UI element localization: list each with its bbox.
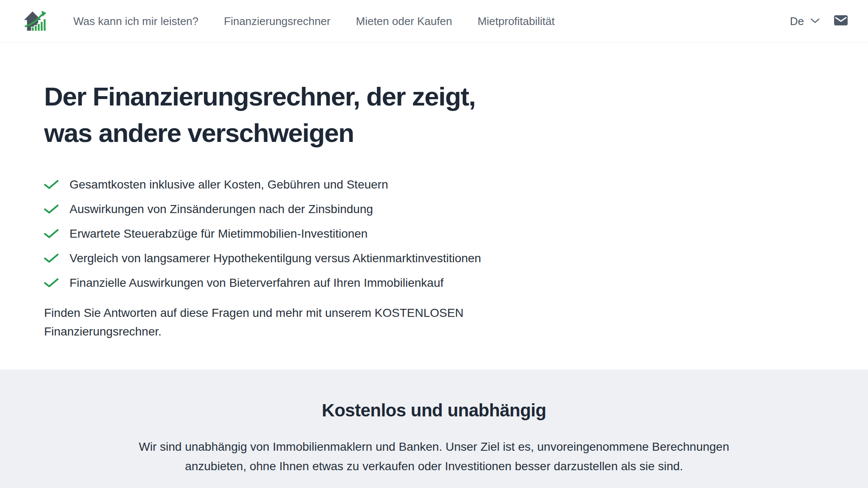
contact-mail-button[interactable] [834, 15, 848, 27]
checklist-item-label: Vergleich von langsamerer Hypothekentilg… [70, 251, 481, 266]
check-icon [44, 205, 58, 214]
check-icon [44, 254, 58, 263]
page-title-line-1: Der Finanzierungsrechner, der zeigt, [44, 78, 843, 115]
checklist-item-label: Finanzielle Auswirkungen von Bieterverfa… [70, 276, 443, 290]
check-icon [44, 278, 58, 288]
check-icon [44, 180, 58, 189]
page-title: Der Finanzierungsrechner, der zeigt, was… [44, 78, 843, 151]
checklist-item: Vergleich von langsamerer Hypothekentilg… [44, 251, 843, 266]
house-growth-chart-logo-icon [23, 9, 47, 33]
page-title-line-2: was andere verschweigen [44, 115, 843, 151]
checklist-item-label: Gesamtkosten inklusive aller Kosten, Geb… [70, 177, 388, 192]
checklist-item: Erwartete Steuerabzüge für Mietimmobilie… [44, 227, 843, 241]
header-right-group: De [790, 15, 848, 28]
chevron-down-icon [810, 17, 820, 25]
hero-subtext: Finden Sie Antworten auf diese Fragen un… [44, 304, 493, 341]
nav-item-finanzierungsrechner[interactable]: Finanzierungsrechner [224, 15, 330, 28]
info-section: Kostenlos und unabhängig Wir sind unabhä… [0, 369, 868, 488]
checklist-item: Gesamtkosten inklusive aller Kosten, Geb… [44, 177, 843, 192]
checklist-item-label: Erwartete Steuerabzüge für Mietimmobilie… [70, 227, 367, 241]
language-selector[interactable]: De [790, 15, 820, 28]
brand-logo[interactable] [23, 9, 47, 33]
main-nav: Was kann ich mir leisten? Finanzierungsr… [73, 15, 555, 28]
top-navigation-bar: Was kann ich mir leisten? Finanzierungsr… [0, 0, 868, 43]
info-section-body: Wir sind unabhängig von Immobilienmakler… [135, 437, 733, 476]
checklist-item-label: Auswirkungen von Zinsänderungen nach der… [70, 202, 373, 216]
nav-item-was-kann-ich-mir-leisten[interactable]: Was kann ich mir leisten? [73, 15, 198, 28]
envelope-icon [834, 15, 848, 27]
nav-item-mieten-oder-kaufen[interactable]: Mieten oder Kaufen [356, 15, 452, 28]
feature-checklist: Gesamtkosten inklusive aller Kosten, Geb… [44, 177, 843, 290]
hero-section: Der Finanzierungsrechner, der zeigt, was… [0, 43, 868, 369]
language-selected-value: De [790, 15, 804, 28]
check-icon [44, 229, 58, 238]
checklist-item: Auswirkungen von Zinsänderungen nach der… [44, 202, 843, 216]
nav-item-mietprofitabilitaet[interactable]: Mietprofitabilität [478, 15, 555, 28]
info-section-heading: Kostenlos und unabhängig [0, 399, 868, 422]
checklist-item: Finanzielle Auswirkungen von Bieterverfa… [44, 276, 843, 290]
